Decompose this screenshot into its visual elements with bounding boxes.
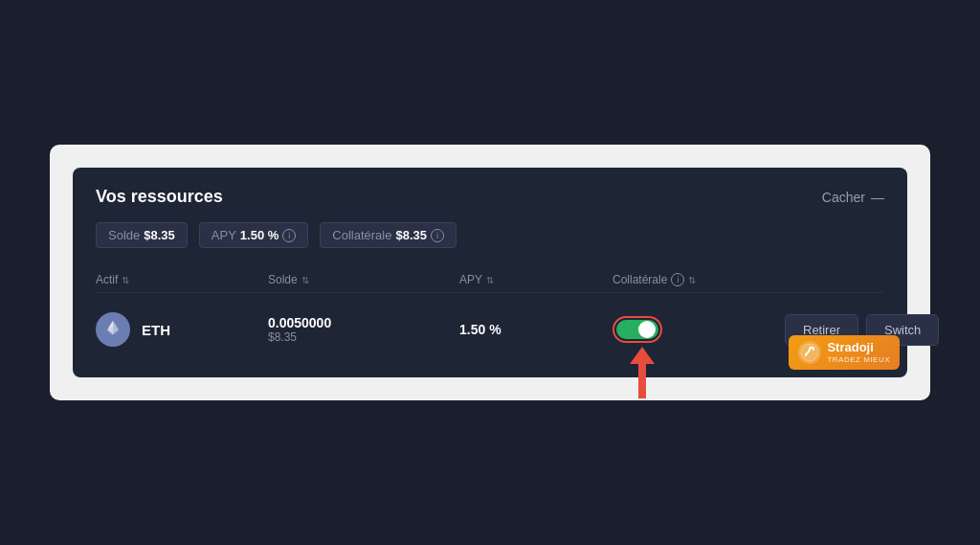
header-collaterale: Collatérale i ⇅ bbox=[612, 273, 785, 286]
collateral-info-icon[interactable]: i bbox=[431, 229, 444, 242]
stradoji-name: Stradoji bbox=[827, 341, 890, 354]
arrow-head bbox=[630, 347, 655, 364]
sort-icon-apy[interactable]: ⇅ bbox=[486, 275, 494, 285]
card-title: Vos ressources bbox=[96, 187, 223, 207]
balance-cell: 0.0050000 $8.35 bbox=[268, 315, 459, 344]
header-actif: Actif ⇅ bbox=[96, 273, 268, 286]
collateral-label: Collatérale bbox=[332, 228, 391, 242]
hide-label: Cacher bbox=[822, 190, 865, 205]
apy-cell: 1.50 % bbox=[459, 322, 612, 337]
apy-info-icon[interactable]: i bbox=[282, 229, 296, 242]
asset-cell: ETH bbox=[96, 312, 268, 347]
stradoji-text: Stradoji TRADEZ MIEUX bbox=[827, 341, 890, 363]
hide-dash: — bbox=[871, 190, 884, 205]
table-row: ETH 0.0050000 $8.35 1.50 % bbox=[96, 301, 884, 358]
stradoji-logo: Stradoji TRADEZ MIEUX bbox=[789, 335, 900, 370]
sort-icon-solde[interactable]: ⇅ bbox=[301, 275, 309, 285]
collateral-toggle[interactable] bbox=[616, 320, 658, 339]
arrow-annotation bbox=[630, 347, 655, 398]
collateral-toggle-wrapper bbox=[612, 316, 662, 343]
stradoji-icon bbox=[798, 341, 821, 364]
apy-label: APY bbox=[212, 228, 236, 242]
balance-main: 0.0050000 bbox=[268, 315, 459, 330]
eth-icon bbox=[96, 312, 130, 347]
card-header: Vos ressources Cacher — bbox=[96, 187, 884, 207]
collateral-value: $8.35 bbox=[395, 228, 427, 242]
header-apy: APY ⇅ bbox=[459, 273, 612, 286]
balance-badge: Solde $8.35 bbox=[96, 222, 188, 248]
collateral-header-info-icon[interactable]: i bbox=[671, 273, 684, 286]
resources-card: Vos ressources Cacher — Solde $8.35 APY … bbox=[73, 168, 907, 377]
summary-row: Solde $8.35 APY 1.50 % i Collatérale $8.… bbox=[96, 222, 884, 248]
asset-name: ETH bbox=[142, 322, 170, 338]
apy-value: 1.50 % bbox=[240, 228, 278, 242]
header-solde: Solde ⇅ bbox=[268, 273, 459, 286]
collateral-cell bbox=[612, 316, 785, 343]
svg-point-6 bbox=[801, 344, 818, 361]
apy-badge: APY 1.50 % i bbox=[199, 222, 309, 248]
sort-icon-actif[interactable]: ⇅ bbox=[122, 275, 129, 285]
balance-value: $8.35 bbox=[144, 228, 175, 242]
balance-label: Solde bbox=[108, 228, 140, 242]
apy-percent: 1.50 % bbox=[459, 322, 501, 337]
collateral-badge: Collatérale $8.35 i bbox=[320, 222, 457, 248]
hide-button[interactable]: Cacher — bbox=[822, 190, 884, 205]
table-header: Actif ⇅ Solde ⇅ APY ⇅ Collatérale i ⇅ bbox=[96, 267, 884, 293]
balance-usd: $8.35 bbox=[268, 330, 459, 344]
toggle-thumb bbox=[638, 321, 656, 338]
sort-icon-collaterale[interactable]: ⇅ bbox=[688, 275, 696, 285]
header-actions bbox=[785, 273, 884, 286]
stradoji-tagline: TRADEZ MIEUX bbox=[827, 355, 890, 364]
arrow-shaft bbox=[638, 364, 646, 398]
